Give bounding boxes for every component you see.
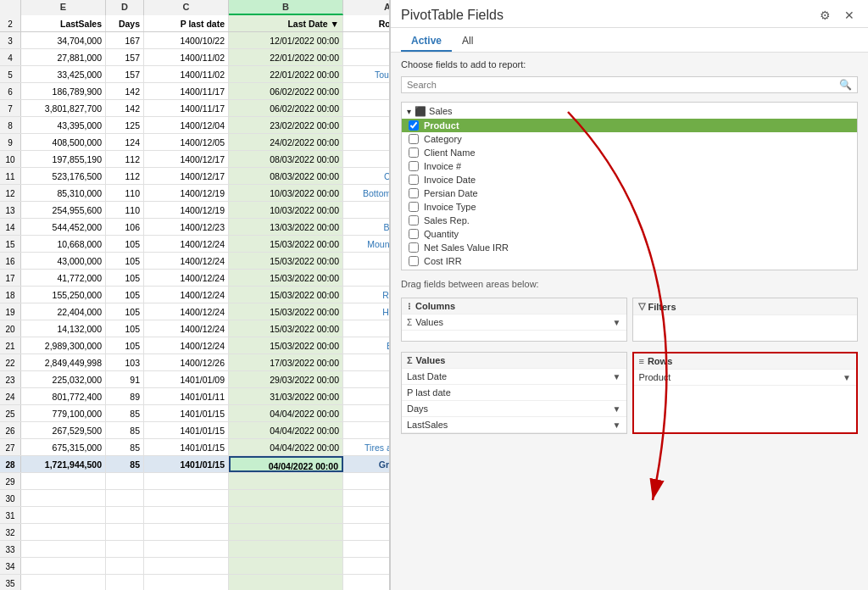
cell-c[interactable]: 1400/12/24 [144,253,229,269]
cell-e[interactable]: 14,132,000 [21,320,106,337]
cell-b[interactable]: 15/03/2022 00:00 [229,287,343,303]
field-category[interactable]: Category [402,132,857,146]
cell-b-empty[interactable] [229,541,343,557]
cell-e[interactable]: 43,000,000 [21,253,106,269]
cell-d[interactable]: 112 [106,151,144,167]
col-c-header[interactable]: C [144,0,229,15]
cell-c[interactable]: 1400/12/24 [144,320,229,337]
cell-a[interactable]: Grand Total [343,456,390,472]
plastdate-dropdown[interactable]: P last date [407,387,621,398]
tab-all[interactable]: All [452,31,483,52]
cell-c[interactable]: 1400/12/17 [144,151,229,167]
cell-e-empty[interactable] [21,558,106,574]
cell-d[interactable]: 89 [106,388,144,404]
cell-a[interactable]: Bike Racks [343,219,390,235]
cell-b[interactable]: 22/01/2022 00:00 [229,49,343,65]
checkbox-salesrep[interactable] [409,215,419,225]
cell-e[interactable]: 225,032,000 [21,371,106,387]
cell-b[interactable]: 04/04/2022 00:00 [229,456,343,472]
search-input[interactable] [407,80,839,90]
cell-a[interactable]: Brakes [343,151,390,167]
checkbox-invoicehash[interactable] [409,161,419,171]
cell-c[interactable]: 1400/12/24 [144,236,229,252]
field-netsalesirr[interactable]: Net Sales Value IRR [402,241,857,254]
cell-d-empty[interactable] [106,507,144,523]
checkbox-product[interactable] [409,120,419,131]
cell-a[interactable]: Locks [343,32,390,48]
field-salesrep[interactable]: Sales Rep. [402,214,857,227]
cell-d-empty[interactable] [106,575,144,590]
lastdate-dropdown[interactable]: Last Date ▼ [407,371,621,381]
cell-b[interactable]: 15/03/2022 00:00 [229,320,343,337]
cell-e-empty[interactable] [21,507,106,523]
cell-a[interactable]: Tights [343,270,390,286]
cell-c[interactable]: 1400/12/26 [144,354,229,370]
cell-a-empty[interactable] [343,558,390,574]
cell-c[interactable]: 1401/01/09 [144,371,229,387]
cell-d-empty[interactable] [106,524,144,540]
cell-b-empty[interactable] [229,473,343,489]
cell-b[interactable]: 06/02/2022 00:00 [229,100,343,116]
cell-b-empty[interactable] [229,558,343,574]
cell-d[interactable]: 157 [106,49,144,65]
checkbox-invoicetype[interactable] [409,202,419,212]
field-invoicedate[interactable]: Invoice Date [402,173,857,186]
cell-d[interactable]: 105 [106,236,144,252]
cell-b[interactable]: 15/03/2022 00:00 [229,253,343,269]
checkbox-persiandate[interactable] [409,188,419,198]
val-lastsales[interactable]: LastSales ▼ [402,417,626,433]
cell-a[interactable]: Pumps [343,202,390,218]
cell-b[interactable]: 04/04/2022 00:00 [229,422,343,438]
cell-a[interactable]: Wheels [343,354,390,370]
cell-c[interactable]: 1401/01/15 [144,422,229,438]
cell-d[interactable]: 85 [106,456,144,472]
field-product[interactable]: Product [402,119,857,132]
cell-b[interactable]: 04/04/2022 00:00 [229,439,343,455]
cell-a[interactable]: Cargo Bike [343,168,390,184]
cell-a[interactable]: Vests [343,83,390,99]
cell-b[interactable]: 10/03/2022 00:00 [229,185,343,201]
cell-c-empty[interactable] [144,558,229,574]
cell-b[interactable]: 04/04/2022 00:00 [229,405,343,421]
cell-c-empty[interactable] [144,541,229,557]
cell-c-empty[interactable] [144,524,229,540]
field-costirr[interactable]: Cost IRR [402,254,857,268]
cell-d[interactable]: 103 [106,354,144,370]
cell-e[interactable]: 2,849,449,998 [21,354,106,370]
cell-c[interactable]: 1400/12/24 [144,303,229,320]
cell-e[interactable]: 27,881,000 [21,49,106,65]
field-quantity[interactable]: Quantity [402,227,857,241]
cell-e[interactable]: 675,315,000 [21,439,106,455]
cell-e[interactable]: 10,668,000 [21,236,106,252]
cell-d-empty[interactable] [106,473,144,489]
cell-c[interactable]: 1400/12/24 [144,287,229,303]
tab-active[interactable]: Active [401,31,452,52]
cell-e[interactable]: 85,310,000 [21,185,106,201]
values-dropdown[interactable]: Values ▼ [415,317,620,327]
cell-a[interactable]: Chains [343,371,390,387]
cell-b-empty[interactable] [229,507,343,523]
cell-a[interactable]: Handlebars [343,303,390,320]
pivot-close-btn[interactable]: ✕ [841,7,858,24]
cell-b[interactable]: 15/03/2022 00:00 [229,337,343,353]
cell-a[interactable]: Jerseys [343,100,390,116]
cell-d[interactable]: 106 [106,219,144,235]
cell-e-empty[interactable] [21,490,106,506]
cell-a[interactable]: Mountain Bikes [343,236,390,252]
cell-c[interactable]: 1400/10/22 [144,32,229,48]
cell-e[interactable]: 801,772,400 [21,388,106,404]
cell-c[interactable]: 1400/11/17 [144,83,229,99]
cell-e-empty[interactable] [21,524,106,540]
checkbox-category[interactable] [409,134,419,144]
cell-a[interactable]: Saddles [343,134,390,150]
cell-b[interactable]: 24/02/2022 00:00 [229,134,343,150]
cell-b[interactable]: 13/03/2022 00:00 [229,219,343,235]
cell-e[interactable]: 779,100,000 [21,405,106,421]
cell-d[interactable]: 105 [106,253,144,269]
cell-d[interactable]: 91 [106,371,144,387]
val-days[interactable]: Days ▼ [402,401,626,417]
cell-b[interactable]: 17/03/2022 00:00 [229,354,343,370]
cell-d-empty[interactable] [106,541,144,557]
col-a-header[interactable]: A [343,0,390,15]
cell-c[interactable]: 1400/12/24 [144,270,229,286]
